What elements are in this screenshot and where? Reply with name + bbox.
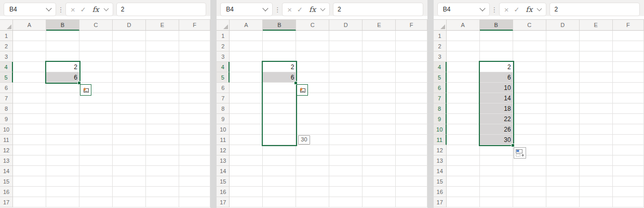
- cell-D14[interactable]: [113, 166, 146, 176]
- cell-C2[interactable]: [79, 41, 113, 51]
- cell-F13[interactable]: [179, 155, 210, 166]
- cell-C14[interactable]: [513, 166, 546, 176]
- cell-E5[interactable]: [363, 72, 396, 83]
- cell-E16[interactable]: [146, 187, 179, 197]
- name-box[interactable]: B4: [220, 3, 273, 16]
- cell-F17[interactable]: [396, 197, 427, 207]
- cell-C3[interactable]: [513, 51, 546, 62]
- cell-A10[interactable]: [447, 124, 480, 135]
- cell-A16[interactable]: [13, 187, 46, 197]
- cell-A8[interactable]: [230, 103, 263, 114]
- cell-E3[interactable]: [580, 51, 613, 62]
- cell-D15[interactable]: [329, 176, 363, 187]
- select-all-corner[interactable]: [434, 20, 447, 31]
- cell-E8[interactable]: [363, 103, 396, 114]
- column-header-F[interactable]: F: [396, 20, 427, 31]
- cell-E17[interactable]: [580, 197, 613, 207]
- cell-E7[interactable]: [363, 93, 396, 103]
- row-header-11[interactable]: 11: [434, 135, 447, 145]
- cell-D5[interactable]: [113, 72, 146, 83]
- cell-A3[interactable]: [230, 51, 263, 62]
- column-header-D[interactable]: D: [546, 20, 580, 31]
- cell-C8[interactable]: [296, 103, 329, 114]
- cell-F13[interactable]: [396, 155, 427, 166]
- cell-E7[interactable]: [580, 93, 613, 103]
- cell-B10[interactable]: [46, 124, 79, 135]
- cell-D6[interactable]: [329, 83, 363, 93]
- cell-D11[interactable]: [546, 135, 580, 145]
- column-header-C[interactable]: C: [296, 20, 329, 31]
- cell-E13[interactable]: [363, 155, 396, 166]
- column-header-E[interactable]: E: [363, 20, 396, 31]
- cell-D10[interactable]: [329, 124, 363, 135]
- cell-D16[interactable]: [329, 187, 363, 197]
- cell-D9[interactable]: [329, 114, 363, 124]
- column-header-A[interactable]: A: [13, 20, 46, 31]
- cell-F8[interactable]: [613, 103, 644, 114]
- cell-C1[interactable]: [513, 31, 546, 41]
- cell-A14[interactable]: [447, 166, 480, 176]
- row-header-3[interactable]: 3: [217, 51, 230, 62]
- cell-C13[interactable]: [296, 155, 329, 166]
- cell-B1[interactable]: [480, 31, 513, 41]
- cell-C14[interactable]: [79, 166, 113, 176]
- row-header-4[interactable]: 4: [434, 62, 447, 72]
- row-header-9[interactable]: 9: [0, 114, 13, 124]
- row-header-17[interactable]: 17: [217, 197, 230, 207]
- cell-C1[interactable]: [296, 31, 329, 41]
- cell-B1[interactable]: [46, 31, 79, 41]
- cancel-button[interactable]: ×: [71, 6, 75, 14]
- cell-B14[interactable]: [46, 166, 79, 176]
- cell-E13[interactable]: [580, 155, 613, 166]
- cell-E9[interactable]: [363, 114, 396, 124]
- column-header-D[interactable]: D: [329, 20, 363, 31]
- cell-F16[interactable]: [396, 187, 427, 197]
- cell-E12[interactable]: [146, 145, 179, 155]
- cell-F4[interactable]: [396, 62, 427, 72]
- cell-A12[interactable]: [447, 145, 480, 155]
- cell-C17[interactable]: [79, 197, 113, 207]
- cell-B9[interactable]: [46, 114, 79, 124]
- cell-B16[interactable]: [480, 187, 513, 197]
- cell-B10[interactable]: [263, 124, 296, 135]
- cell-A4[interactable]: [13, 62, 46, 72]
- cell-B5[interactable]: 6: [263, 72, 296, 83]
- row-header-13[interactable]: 13: [0, 155, 13, 166]
- cell-B3[interactable]: [263, 51, 296, 62]
- cell-E5[interactable]: [580, 72, 613, 83]
- column-header-A[interactable]: A: [230, 20, 263, 31]
- cell-C16[interactable]: [513, 187, 546, 197]
- cell-D6[interactable]: [113, 83, 146, 93]
- cell-F6[interactable]: [613, 83, 644, 93]
- cell-A3[interactable]: [447, 51, 480, 62]
- cell-E12[interactable]: [363, 145, 396, 155]
- formula-bar-splitter[interactable]: ⋮: [56, 6, 65, 14]
- row-header-14[interactable]: 14: [0, 166, 13, 176]
- cell-A2[interactable]: [230, 41, 263, 51]
- row-header-14[interactable]: 14: [434, 166, 447, 176]
- formula-bar-input[interactable]: 2: [116, 3, 207, 16]
- cell-F10[interactable]: [179, 124, 210, 135]
- cell-A6[interactable]: [13, 83, 46, 93]
- cell-E6[interactable]: [580, 83, 613, 93]
- cell-C7[interactable]: [513, 93, 546, 103]
- cell-A4[interactable]: [447, 62, 480, 72]
- cell-A10[interactable]: [13, 124, 46, 135]
- cell-C15[interactable]: [79, 176, 113, 187]
- cell-F5[interactable]: [613, 72, 644, 83]
- cell-B12[interactable]: [46, 145, 79, 155]
- cell-E4[interactable]: [580, 62, 613, 72]
- cell-C9[interactable]: [513, 114, 546, 124]
- cell-A16[interactable]: [230, 187, 263, 197]
- cell-A5[interactable]: [13, 72, 46, 83]
- cell-F1[interactable]: [396, 31, 427, 41]
- cell-E8[interactable]: [146, 103, 179, 114]
- cell-B15[interactable]: [46, 176, 79, 187]
- cell-B6[interactable]: 10: [480, 83, 513, 93]
- cell-D14[interactable]: [546, 166, 580, 176]
- cell-E9[interactable]: [580, 114, 613, 124]
- cell-A1[interactable]: [230, 31, 263, 41]
- cell-E10[interactable]: [580, 124, 613, 135]
- row-header-9[interactable]: 9: [217, 114, 230, 124]
- cell-D16[interactable]: [546, 187, 580, 197]
